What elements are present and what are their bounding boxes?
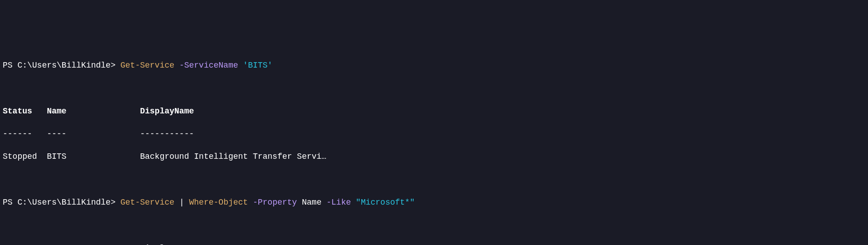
- operator: -Like: [326, 198, 351, 207]
- prompt: PS C:\Users\BillKindle>: [3, 61, 120, 70]
- cmdlet: Where-Object: [189, 198, 248, 207]
- property-name: Name: [302, 198, 321, 207]
- parameter: -Property: [253, 198, 297, 207]
- string-arg: "Microsoft*": [356, 198, 415, 207]
- cell-name: BITS: [47, 152, 140, 161]
- col-status: Status: [3, 107, 47, 116]
- terminal-output: PS C:\Users\BillKindle> Get-Service -Ser…: [3, 49, 865, 245]
- cell-status: Stopped: [3, 152, 47, 161]
- dash: ------: [3, 129, 47, 138]
- string-arg: 'BITS': [243, 61, 272, 70]
- cmdlet: Get-Service: [120, 198, 174, 207]
- command-line-2[interactable]: PS C:\Users\BillKindle> Get-Service | Wh…: [3, 197, 865, 208]
- cell-displayname: Background Intelligent Transfer Servi…: [140, 152, 326, 161]
- table-header: Status Name DisplayName: [3, 106, 865, 117]
- table-divider: ------ ---- -----------: [3, 128, 865, 140]
- dash: -----------: [140, 129, 194, 138]
- col-name: Name: [47, 107, 140, 116]
- prompt: PS C:\Users\BillKindle>: [3, 198, 120, 207]
- dash: ----: [47, 129, 140, 138]
- parameter: -ServiceName: [179, 61, 238, 70]
- command-line-1[interactable]: PS C:\Users\BillKindle> Get-Service -Ser…: [3, 60, 865, 71]
- table-row: Stopped BITS Background Intelligent Tran…: [3, 151, 865, 162]
- pipe: |: [179, 198, 184, 207]
- cmdlet: Get-Service: [120, 61, 174, 70]
- col-displayname: DisplayName: [140, 107, 194, 116]
- table-header: Status Name DisplayName: [3, 243, 865, 245]
